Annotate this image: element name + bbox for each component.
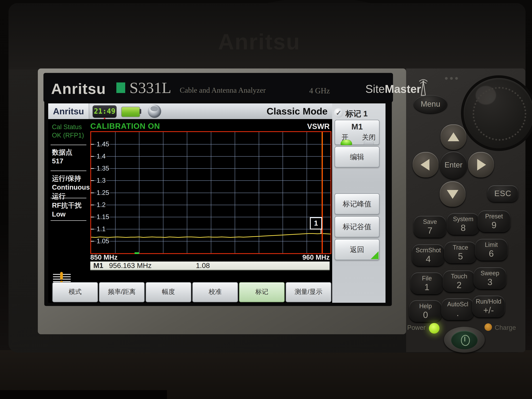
- brand-site-text: Site: [365, 83, 385, 95]
- brand-frequency-range: 4 GHz: [309, 86, 330, 95]
- marker-to-peak-button[interactable]: 标记峰值: [335, 193, 380, 215]
- softkey-calibration[interactable]: 校准: [192, 282, 238, 302]
- measurement-area: Cal Status OK (RFP1) 数据点 517 运行/保持 Conti…: [48, 119, 332, 303]
- key-preset-9[interactable]: Preset9: [478, 210, 510, 232]
- indicator-dots: [445, 77, 464, 80]
- marker-to-valley-button[interactable]: 标记谷值: [335, 216, 380, 237]
- power-button[interactable]: [444, 327, 485, 353]
- arrow-left-button[interactable]: [412, 152, 438, 177]
- sweep-settings-warning-icon: [53, 273, 72, 283]
- rf-immunity-value: Low: [52, 210, 82, 219]
- power-icon-bar: [464, 337, 465, 342]
- battery-cap: [139, 109, 141, 114]
- softkey-mode[interactable]: 模式: [52, 282, 98, 302]
- mode-title: Classic Mode: [242, 103, 328, 119]
- marker-menu-panel: ✓ 标记 1 M1 开 关闭 编辑 标记峰值 标记谷值 返回: [332, 103, 386, 303]
- marker-to-peak-label: 标记峰值: [335, 199, 379, 209]
- arrow-down-icon: [447, 190, 458, 199]
- arrow-left-icon: [421, 159, 430, 171]
- sweep-position-indicator: [135, 252, 139, 254]
- brand-subtitle: Cable and Antenna Analyzer: [180, 86, 266, 95]
- marker-1-stem: [321, 229, 322, 234]
- arrow-right-button[interactable]: [468, 152, 494, 177]
- rotary-knob[interactable]: [464, 78, 532, 148]
- photo-background: Anritsu Anritsu S331L Cable and Antenna …: [0, 0, 532, 399]
- m1-toggle-button[interactable]: M1 开 关闭: [335, 120, 380, 145]
- esc-button[interactable]: ESC: [488, 185, 518, 202]
- clock-widget: 21:49: [93, 105, 117, 118]
- cal-status-value: OK (RFP1): [52, 131, 84, 139]
- readout-marker-id: M1: [93, 261, 103, 270]
- run-hold-value1: Continuous: [52, 183, 90, 192]
- m1-title: M1: [335, 122, 379, 131]
- power-led: [429, 323, 439, 334]
- softkey-amplitude[interactable]: 幅度: [146, 282, 191, 302]
- x-axis-start-label: 850 MHz: [90, 253, 118, 261]
- key-trace-5[interactable]: Trace5: [444, 241, 477, 263]
- rf-immunity-status: RF抗干扰 Low: [52, 201, 82, 219]
- anritsu-screen-logo: Anritsu: [48, 103, 89, 119]
- charge-led: [484, 323, 492, 331]
- desk-shadow: [0, 390, 167, 399]
- key-autoscl-dot[interactable]: AutoScl.: [441, 298, 474, 320]
- arrow-down-button[interactable]: [440, 181, 466, 207]
- battery-icon: [121, 107, 140, 117]
- brand-green-square: [116, 82, 125, 93]
- key-touch-2[interactable]: Touch2: [443, 270, 475, 292]
- globe-land: [150, 106, 158, 111]
- power-icon: [461, 335, 470, 346]
- key-help-0[interactable]: Help0: [409, 300, 442, 322]
- rf-immunity-label: RF抗干扰: [52, 201, 82, 210]
- knob-dot-ring: [473, 87, 526, 141]
- key-save-7[interactable]: Save7: [414, 216, 446, 238]
- key-runhold-plusminus[interactable]: Run/Hold+/-: [472, 296, 505, 317]
- brand-product-name: SiteMaster: [365, 82, 421, 95]
- m1-off-led: [364, 140, 374, 145]
- marker-1-line[interactable]: [322, 132, 323, 253]
- softkey-marker[interactable]: 标记: [239, 282, 285, 302]
- m1-on-led: [341, 140, 352, 145]
- back-button[interactable]: 返回: [335, 239, 380, 260]
- key-limit-6[interactable]: Limit6: [475, 239, 508, 261]
- brand-model: S331L: [129, 79, 171, 97]
- marker-edit-label: 编辑: [335, 152, 379, 162]
- marker-panel-title: 标记 1: [345, 108, 367, 119]
- readout-frequency: 956.163 MHz: [109, 261, 152, 270]
- run-hold-label: 运行/保持: [52, 174, 90, 183]
- data-points-value: 517: [52, 157, 72, 165]
- menu-button[interactable]: Menu: [414, 95, 447, 114]
- marker-readout-bar: M1 956.163 MHz 1.08: [90, 261, 330, 270]
- vswr-trace: [91, 132, 330, 253]
- cal-status-label: Cal Status: [52, 123, 84, 131]
- run-hold-status: 运行/保持 Continuous 运行: [52, 174, 90, 201]
- arrow-right-icon: [477, 159, 486, 171]
- key-scrnshot-4[interactable]: ScrnShot4: [412, 244, 445, 266]
- brand-master-text: Master: [385, 83, 421, 95]
- softkey-measure-display[interactable]: 测量/显示: [286, 282, 331, 302]
- key-sweep-3[interactable]: Sweep3: [474, 267, 506, 289]
- data-points-label: 数据点: [52, 148, 72, 157]
- power-label: Power: [405, 324, 425, 331]
- embossed-logo: Anritsu: [218, 29, 371, 56]
- brand-label-strip: Anritsu S331L Cable and Antenna Analyzer…: [44, 73, 393, 102]
- arrow-up-button[interactable]: [441, 124, 466, 150]
- sidebar-divider: [51, 220, 86, 221]
- run-hold-value2: 运行: [52, 192, 90, 201]
- enter-button[interactable]: Enter: [440, 152, 467, 179]
- charge-label: Charge: [495, 324, 516, 331]
- warning-exclamation-icon: [60, 272, 63, 280]
- arrow-up-icon: [448, 132, 459, 141]
- marker-edit-button[interactable]: 编辑: [335, 146, 380, 167]
- power-button-face: [451, 331, 478, 349]
- softkey-freq-dist[interactable]: 频率/距离: [99, 282, 145, 302]
- key-system-8[interactable]: System8: [447, 213, 480, 235]
- measurement-type-label: VSWR: [287, 122, 330, 131]
- readout-value: 1.08: [196, 261, 210, 270]
- brand-logo: Anritsu: [51, 80, 106, 97]
- key-file-1[interactable]: File1: [411, 272, 443, 294]
- sidebar-divider: [51, 198, 86, 198]
- marker-1-flag[interactable]: 1: [310, 217, 322, 229]
- data-points: 数据点 517: [52, 148, 72, 165]
- back-corner-triangle: [371, 251, 379, 259]
- marker-to-valley-label: 标记谷值: [335, 222, 379, 232]
